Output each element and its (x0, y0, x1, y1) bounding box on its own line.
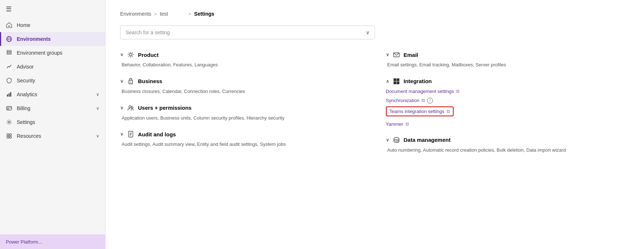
integration-section-header: ∧ Integration (386, 78, 630, 85)
svg-rect-15 (7, 136, 9, 138)
svg-rect-3 (7, 52, 11, 53)
search-bar[interactable]: Search for a setting ∨ (120, 26, 375, 39)
chevron-down-icon: ∨ (96, 106, 99, 111)
breadcrumb-sep-2: > (189, 11, 191, 17)
svg-rect-28 (396, 78, 399, 81)
svg-rect-4 (7, 53, 11, 54)
product-section-header: ∨ Product (120, 51, 364, 58)
synchronization-label: Synchronization (386, 98, 420, 103)
sidebar-item-label: Home (17, 22, 99, 28)
sidebar-item-security[interactable]: Security (0, 74, 105, 87)
sidebar-item-billing[interactable]: Billing ∨ (0, 101, 105, 115)
email-icon (393, 51, 400, 58)
data-management-section-title: Data management (404, 137, 451, 143)
svg-rect-16 (9, 136, 11, 138)
sidebar-item-environment-groups[interactable]: Environment groups (0, 46, 105, 60)
svg-rect-14 (9, 134, 11, 136)
external-link-icon-sync: ⊡ (422, 98, 425, 103)
search-placeholder: Search for a setting (126, 30, 366, 35)
email-section-items: Email settings, Email tracking, Mailboxe… (386, 61, 630, 69)
product-chevron-icon[interactable]: ∨ (120, 52, 123, 57)
sidebar-item-label: Settings (17, 119, 99, 125)
audit-section-items: Audit settings, Audit summary view, Enti… (120, 141, 364, 148)
search-chevron-icon: ∨ (366, 30, 370, 35)
audit-section-title: Audit and logs (138, 131, 176, 137)
audit-icon (127, 131, 134, 138)
breadcrumb-current: Settings (194, 11, 214, 17)
svg-point-20 (129, 106, 131, 108)
home-icon (6, 22, 12, 28)
product-icon (127, 51, 134, 58)
billing-icon (6, 105, 12, 112)
data-management-section: ∨ Data management Auto numbering, Automa… (386, 136, 630, 154)
business-section: ∨ Business Business closures, Calendar, … (120, 78, 364, 96)
svg-rect-8 (10, 92, 11, 97)
synchronization-link[interactable]: Synchronization ⊡ i (386, 97, 630, 104)
sidebar-item-resources[interactable]: Resources ∨ (0, 129, 105, 143)
svg-point-21 (131, 106, 133, 108)
integration-section: ∧ Integration Document managem (386, 78, 630, 128)
breadcrumb-test[interactable]: test (160, 11, 168, 17)
business-section-title: Business (138, 78, 162, 84)
email-section-title: Email (404, 52, 418, 58)
data-management-section-header: ∨ Data management (386, 136, 630, 144)
sidebar-item-label: Advisor (17, 64, 99, 70)
svg-point-31 (394, 137, 399, 140)
audit-section-header: ∨ Audit and logs (120, 131, 364, 138)
sidebar-item-analytics[interactable]: Analytics ∨ (0, 87, 105, 101)
users-section-header: ∨ Users + permissions (120, 104, 364, 112)
sidebar-item-label: Environment groups (17, 50, 99, 56)
hamburger-icon[interactable]: ☰ (6, 5, 12, 13)
breadcrumb: Environments > test > Settings (120, 11, 629, 17)
sidebar-top-bar: ☰ (0, 0, 105, 18)
layers-icon (6, 50, 12, 56)
svg-point-17 (130, 54, 132, 56)
chevron-down-icon: ∨ (96, 133, 99, 139)
audit-section: ∨ Audit and logs Audit settings, Audit s… (120, 131, 364, 148)
svg-rect-7 (9, 93, 10, 97)
sidebar-item-advisor[interactable]: Advisor (0, 60, 105, 74)
sidebar-item-label: Analytics (17, 92, 92, 97)
email-section-header: ∨ Email (386, 51, 630, 58)
info-icon[interactable]: i (427, 98, 433, 104)
sidebar-item-label: Environments (17, 36, 99, 42)
doc-management-link[interactable]: Document management settings ⊡ (386, 88, 630, 95)
gear-icon (6, 119, 12, 125)
audit-chevron-icon[interactable]: ∨ (120, 132, 123, 137)
sidebar-item-environments[interactable]: Environments (0, 32, 105, 46)
data-management-section-items: Auto numbering, Automatic record creatio… (386, 147, 630, 154)
svg-rect-9 (7, 106, 12, 110)
yammer-link[interactable]: Yammer ⊡ (386, 121, 630, 128)
shield-icon (6, 77, 12, 84)
breadcrumb-environments[interactable]: Environments (120, 11, 151, 17)
email-section: ∨ Email Email settings, Email tracking, … (386, 51, 630, 69)
svg-rect-11 (7, 109, 9, 109)
business-section-items: Business closures, Calendar, Connection … (120, 88, 364, 96)
sidebar-item-label: Security (17, 78, 99, 83)
users-icon (127, 104, 134, 112)
integration-chevron-icon[interactable]: ∧ (386, 79, 389, 84)
bottom-hint-text: Power Platform... (6, 239, 42, 245)
teams-integration-label: Teams integration settings (390, 109, 445, 114)
data-management-chevron-icon[interactable]: ∨ (386, 137, 389, 143)
sidebar-nav: Home Environments Environm (0, 18, 105, 234)
integration-links: Document management settings ⊡ Synchroni… (386, 88, 630, 128)
external-link-icon: ⊡ (456, 89, 459, 94)
product-section: ∨ Product Behavior, Collaboration, Featu… (120, 51, 364, 69)
product-section-items: Behavior, Collaboration, Features, Langu… (120, 61, 364, 69)
sidebar-item-label: Resources (17, 133, 92, 139)
svg-rect-6 (7, 94, 8, 97)
sidebar-item-settings[interactable]: Settings (0, 115, 105, 129)
email-chevron-icon[interactable]: ∨ (386, 52, 389, 57)
users-chevron-icon[interactable]: ∨ (120, 105, 123, 110)
sidebar-item-home[interactable]: Home (0, 18, 105, 32)
yammer-label: Yammer (386, 121, 403, 127)
teams-integration-link[interactable]: Teams integration settings ⊡ (386, 106, 454, 116)
external-link-icon-teams: ⊡ (447, 109, 450, 114)
business-chevron-icon[interactable]: ∨ (120, 79, 123, 84)
chevron-down-icon: ∨ (96, 92, 99, 97)
left-column: ∨ Product Behavior, Collaboration, Featu… (120, 51, 364, 163)
product-section-title: Product (138, 52, 159, 58)
chart-line-icon (6, 63, 12, 70)
doc-management-label: Document management settings (386, 89, 454, 94)
